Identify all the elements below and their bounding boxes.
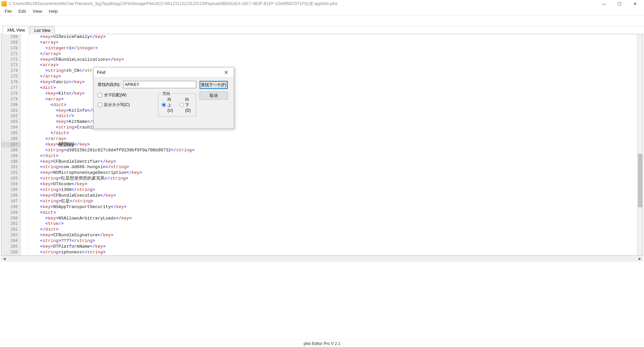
match-case-checkbox-input[interactable] xyxy=(98,103,102,107)
find-dialog-title: Find xyxy=(97,70,222,75)
radio-up-input[interactable] xyxy=(162,103,166,107)
tab-xml-view[interactable]: XML View xyxy=(3,26,29,34)
whole-word-label: 全字匹配(W) xyxy=(104,92,126,98)
tabstrip: XML View List View xyxy=(0,26,644,34)
find-dialog: Find ✕ 查找内容(N): 全字匹配(W) 区分大小写(C) 查找下一个(F… xyxy=(93,67,234,129)
find-next-button[interactable]: 查找下一个(F) xyxy=(200,81,228,89)
titlebar: C:\Users\86139\Documents\WeChat Files\wx… xyxy=(0,0,644,7)
match-case-label: 区分大小写(C) xyxy=(104,102,130,108)
window-title: C:\Users\86139\Documents\WeChat Files\wx… xyxy=(9,1,596,7)
menu-edit[interactable]: Edit xyxy=(16,8,29,15)
window-controls: — ☐ ✕ xyxy=(596,0,643,7)
hscroll-right-arrow[interactable]: ▶ xyxy=(637,256,643,261)
app-icon xyxy=(1,1,7,6)
radio-down[interactable]: 向下(D) xyxy=(179,97,193,113)
menubar: File Edit View Help xyxy=(0,7,644,15)
find-content-label: 查找内容(N): xyxy=(98,82,120,88)
status-app-name: plist Editor Pro V 2.1 xyxy=(304,341,340,346)
vertical-scrollbar[interactable] xyxy=(637,34,643,255)
find-dialog-titlebar[interactable]: Find ✕ xyxy=(94,67,234,78)
close-button[interactable]: ✕ xyxy=(627,0,643,7)
radio-up[interactable]: 向上(U) xyxy=(162,97,175,113)
find-input[interactable] xyxy=(123,81,196,88)
menu-file[interactable]: File xyxy=(2,8,14,15)
find-close-button[interactable]: ✕ xyxy=(222,69,230,76)
fold-gutter xyxy=(21,34,29,255)
radio-down-input[interactable] xyxy=(179,103,184,107)
line-number-gutter: 1681691701711721731741751761771781791801… xyxy=(1,34,21,255)
direction-group: 方向 向上(U) 向下(D) xyxy=(158,94,196,116)
direction-legend: 方向 xyxy=(161,91,172,97)
toolbar-spacer xyxy=(0,15,644,26)
minimize-button[interactable]: — xyxy=(596,0,612,7)
horizontal-scrollbar[interactable]: ◀ ▶ xyxy=(1,256,643,261)
maximize-button[interactable]: ☐ xyxy=(612,0,627,7)
statusbar: plist Editor Pro V 2.1 xyxy=(0,340,644,347)
vertical-scroll-thumb[interactable] xyxy=(638,154,642,207)
hscroll-left-arrow[interactable]: ◀ xyxy=(1,256,7,261)
menu-view[interactable]: View xyxy=(30,8,45,15)
find-cancel-button[interactable]: 取消 xyxy=(200,92,228,100)
menu-help[interactable]: Help xyxy=(46,8,60,15)
whole-word-checkbox-input[interactable] xyxy=(98,93,102,97)
tab-list-view[interactable]: List View xyxy=(30,26,55,34)
